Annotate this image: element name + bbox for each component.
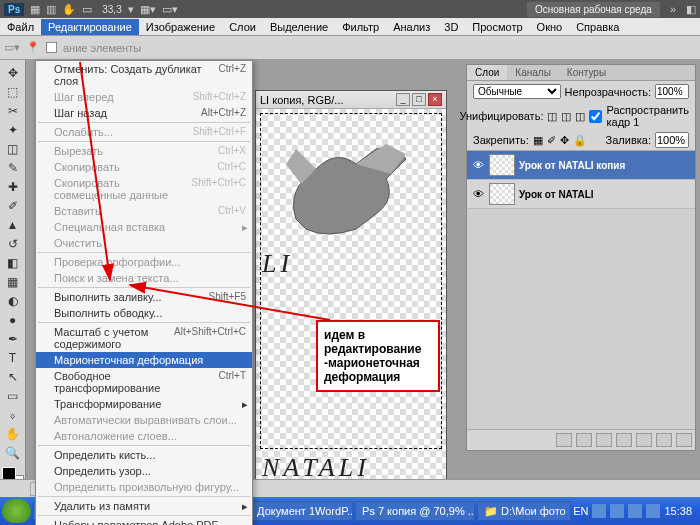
menu-item[interactable]: Определить узор... — [36, 463, 252, 479]
start-button[interactable] — [2, 499, 31, 523]
menu-item[interactable]: Выполнить заливку...Shift+F5 — [36, 289, 252, 305]
workspace-selector[interactable]: Основная рабочая среда — [527, 2, 660, 17]
layer-row[interactable]: 👁Урок от NATALI копия — [467, 151, 695, 180]
type-tool[interactable]: T — [3, 349, 23, 367]
maximize-button[interactable]: □ — [412, 93, 426, 106]
menu-item[interactable]: Трансформирование▸ — [36, 396, 252, 412]
propagate-check[interactable] — [589, 110, 602, 123]
menu-файл[interactable]: Файл — [0, 19, 41, 35]
mask-button[interactable] — [596, 433, 612, 447]
panel-tab[interactable]: Слои — [467, 65, 507, 80]
menu-просмотр[interactable]: Просмотр — [465, 19, 529, 35]
marquee-tool[interactable]: ⬚ — [3, 83, 23, 101]
menu-item[interactable]: Свободное трансформированиеCtrl+T — [36, 368, 252, 396]
zoom-value[interactable]: 33,3 — [102, 4, 121, 15]
opt-check[interactable] — [46, 42, 57, 53]
brush-tool[interactable]: ✐ — [3, 197, 23, 215]
minimize-button[interactable]: _ — [396, 93, 410, 106]
view-icon[interactable]: ▦▾ — [140, 3, 156, 16]
tray-icon3[interactable] — [628, 504, 642, 518]
3d-tool[interactable]: ⬨ — [3, 406, 23, 424]
menu-анализ[interactable]: Анализ — [386, 19, 437, 35]
lang-indicator[interactable]: EN — [573, 505, 588, 517]
heal-tool[interactable]: ✚ — [3, 178, 23, 196]
zoom-tool[interactable]: 🔍 — [3, 444, 23, 462]
visibility-icon[interactable]: 👁 — [471, 158, 485, 172]
hand-icon[interactable]: ✋ — [62, 3, 76, 16]
history-brush-tool[interactable]: ↺ — [3, 235, 23, 253]
menu-справка[interactable]: Справка — [569, 19, 626, 35]
eyedropper-tool[interactable]: ✎ — [3, 159, 23, 177]
dropdown-arrow-icon[interactable]: ▾ — [128, 3, 134, 16]
blend-mode-select[interactable]: Обычные — [473, 84, 561, 99]
mb-icon[interactable]: ▥ — [46, 3, 56, 16]
menu-фильтр[interactable]: Фильтр — [335, 19, 386, 35]
link-layers-button[interactable] — [556, 433, 572, 447]
blur-tool[interactable]: ◐ — [3, 292, 23, 310]
unify-icon[interactable]: ◫ — [547, 110, 557, 123]
delete-layer-button[interactable] — [676, 433, 692, 447]
cslive-icon[interactable]: ◧ — [686, 3, 696, 16]
opacity-input[interactable] — [655, 84, 689, 99]
gradient-tool[interactable]: ▦ — [3, 273, 23, 291]
lock-all-icon[interactable]: 🔒 — [573, 134, 587, 147]
lock-move-icon[interactable]: ✥ — [560, 134, 569, 147]
tray-icon[interactable] — [592, 504, 606, 518]
fill-input[interactable] — [655, 132, 689, 148]
menu-выделение[interactable]: Выделение — [263, 19, 335, 35]
dodge-tool[interactable]: ● — [3, 311, 23, 329]
layer-row[interactable]: 👁Урок от NATALI — [467, 180, 695, 209]
crop-tool[interactable]: ◫ — [3, 140, 23, 158]
menu-слои[interactable]: Слои — [222, 19, 263, 35]
wand-tool[interactable]: ✦ — [3, 121, 23, 139]
layers-empty-area[interactable] — [467, 209, 695, 429]
menu-3d[interactable]: 3D — [437, 19, 465, 35]
clock[interactable]: 15:38 — [664, 505, 692, 517]
menu-item[interactable]: Шаг назадAlt+Ctrl+Z — [36, 105, 252, 121]
tool-preset-icon[interactable]: ▭▾ — [4, 41, 20, 54]
hand-tool[interactable]: ✋ — [3, 425, 23, 443]
tray-icon4[interactable] — [646, 504, 660, 518]
layer-thumb[interactable] — [489, 183, 515, 205]
eraser-tool[interactable]: ◧ — [3, 254, 23, 272]
pen-tool[interactable]: ✒ — [3, 330, 23, 348]
stamp-tool[interactable]: ▲ — [3, 216, 23, 234]
menu-item[interactable]: Марионеточная деформация — [36, 352, 252, 368]
lock-paint-icon[interactable]: ✐ — [547, 134, 556, 147]
panel-tab[interactable]: Контуры — [559, 65, 614, 80]
task-ps[interactable]: Ps7 копия @ 70,9% ... — [355, 501, 475, 521]
tray-icon2[interactable] — [610, 504, 624, 518]
pin-icon[interactable]: 📍 — [26, 41, 40, 54]
panel-tab[interactable]: Каналы — [507, 65, 559, 80]
menu-item[interactable]: Отменить: Создать дубликат слояCtrl+Z — [36, 61, 252, 89]
move-tool[interactable]: ✥ — [3, 64, 23, 82]
shape-tool[interactable]: ▭ — [3, 387, 23, 405]
screen-mode-icon[interactable]: ▭▾ — [162, 3, 178, 16]
adjustment-button[interactable] — [616, 433, 632, 447]
layer-thumb[interactable] — [489, 154, 515, 176]
menu-изображение[interactable]: Изображение — [139, 19, 222, 35]
menu-item[interactable]: Наборы параметров Adobe PDF... — [36, 517, 252, 525]
path-tool[interactable]: ↖ — [3, 368, 23, 386]
unify-icon2[interactable]: ◫ — [561, 110, 571, 123]
menu-окно[interactable]: Окно — [530, 19, 570, 35]
menu-item[interactable]: Удалить из памяти▸ — [36, 498, 252, 514]
zoom-tool-icon[interactable]: ▭ — [82, 3, 92, 16]
menu-item[interactable]: Выполнить обводку... — [36, 305, 252, 321]
visibility-icon[interactable]: 👁 — [471, 187, 485, 201]
menu-редактирование[interactable]: Редактирование — [41, 19, 139, 35]
new-layer-button[interactable] — [656, 433, 672, 447]
group-button[interactable] — [636, 433, 652, 447]
lock-trans-icon[interactable]: ▦ — [533, 134, 543, 147]
lasso-tool[interactable]: ✂ — [3, 102, 23, 120]
canvas[interactable]: LI NATALI — [256, 109, 446, 489]
fx-button[interactable] — [576, 433, 592, 447]
chevrons-icon[interactable]: » — [670, 3, 676, 15]
task-folder[interactable]: 📁D:\Мои фото — [477, 501, 571, 521]
doc-titlebar[interactable]: LI копия, RGB/... _ □ × — [256, 91, 446, 109]
bridge-icon[interactable]: ▦ — [30, 3, 40, 16]
close-button[interactable]: × — [428, 93, 442, 106]
menu-item[interactable]: Масштаб с учетом содержимогоAlt+Shift+Ct… — [36, 324, 252, 352]
menu-item[interactable]: Определить кисть... — [36, 447, 252, 463]
unify-icon3[interactable]: ◫ — [575, 110, 585, 123]
